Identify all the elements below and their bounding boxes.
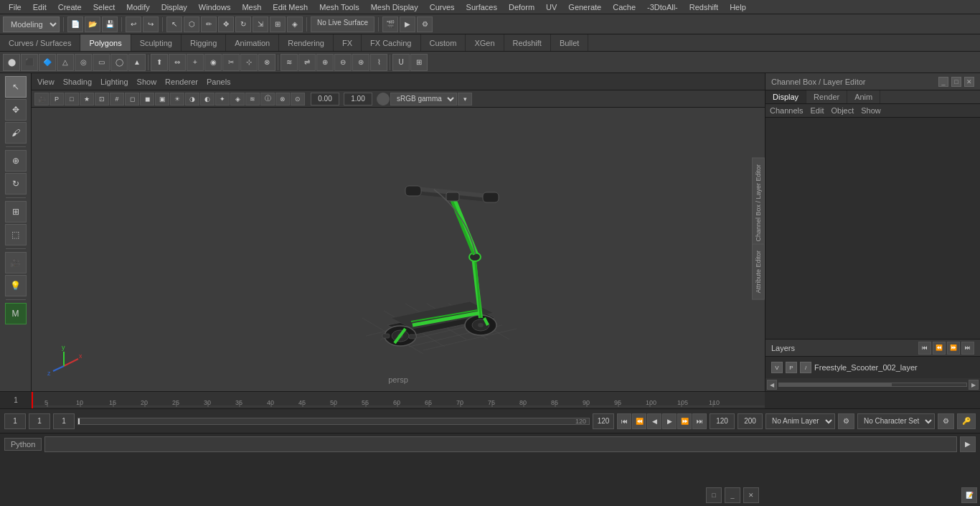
bevel-btn[interactable]: ⌇ <box>370 54 387 71</box>
timeline-ruler[interactable]: 5 10 15 20 25 30 35 40 45 50 5 <box>32 392 765 408</box>
vt-xray-btn[interactable]: ⊗ <box>275 93 290 106</box>
menu-edit-mesh[interactable]: Edit Mesh <box>267 1 314 13</box>
color-space-dropdown[interactable]: sRGB gamma <box>390 93 457 106</box>
scroll-right-btn[interactable]: ▶ <box>969 380 979 390</box>
target-weld-btn[interactable]: ⊗ <box>258 54 275 71</box>
lasso-tool-btn[interactable]: ⬡ <box>184 17 199 32</box>
torus-btn[interactable]: ◎ <box>75 54 92 71</box>
menu-surfaces[interactable]: Surfaces <box>461 1 503 13</box>
new-file-btn[interactable]: 📄 <box>67 17 83 32</box>
tab-fx[interactable]: FX <box>334 34 362 51</box>
scroll-left-btn[interactable]: ◀ <box>767 380 777 390</box>
camera-btn[interactable]: 🎥 <box>5 252 27 273</box>
tab-fx-caching[interactable]: FX Caching <box>362 34 420 51</box>
layer-playback-btn[interactable]: P <box>786 362 797 373</box>
go-end-btn[interactable]: ⏭ <box>692 413 707 429</box>
soft-select-btn[interactable]: ◈ <box>287 17 303 32</box>
rotate-btn[interactable]: ↻ <box>5 173 27 195</box>
vt-dof-btn[interactable]: ◈ <box>230 93 245 106</box>
menu-mesh[interactable]: Mesh <box>236 1 267 13</box>
vt-texture-btn[interactable]: ▣ <box>155 93 169 106</box>
separate-btn[interactable]: ⊖ <box>334 54 352 71</box>
prism-btn[interactable]: ▲ <box>128 54 146 71</box>
mirror-btn[interactable]: ⇌ <box>298 54 316 71</box>
vt-hud-btn[interactable]: ⓘ <box>260 93 275 106</box>
vt-camera-btn[interactable]: 🎥 <box>34 93 49 106</box>
undo-btn[interactable]: ↩ <box>126 17 141 32</box>
menu-select[interactable]: Select <box>88 1 121 13</box>
menu-edit[interactable]: Edit <box>27 1 52 13</box>
layer-visibility-btn[interactable]: V <box>771 362 783 373</box>
vt-ao-btn[interactable]: ◐ <box>200 93 215 106</box>
menu-windows[interactable]: Windows <box>193 1 237 13</box>
vt-motion-blur-btn[interactable]: ≋ <box>245 93 260 106</box>
prev-layer-btn[interactable]: ⏪ <box>933 342 946 355</box>
grid-btn[interactable]: ⊞ <box>5 201 27 222</box>
tab-xgen[interactable]: XGen <box>466 34 504 51</box>
mode-dropdown[interactable]: Modeling <box>3 17 60 32</box>
python-label[interactable]: Python <box>4 438 42 451</box>
cylinder-btn[interactable]: 🔷 <box>39 54 56 71</box>
menu-curves[interactable]: Curves <box>424 1 461 13</box>
cb-menu-edit[interactable]: Edit <box>810 106 824 115</box>
tab-animation[interactable]: Animation <box>226 34 279 51</box>
boolean-btn[interactable]: ⊛ <box>352 54 369 71</box>
render-settings-btn[interactable]: ⚙ <box>417 17 433 32</box>
attribute-editor-side-tab[interactable]: Attribute Editor <box>752 244 765 300</box>
current-frame-left-input[interactable] <box>4 413 26 429</box>
tab-bullet[interactable]: Bullet <box>551 34 589 51</box>
menu-mesh-tools[interactable]: Mesh Tools <box>314 1 364 13</box>
char-set-dropdown[interactable]: No Character Set <box>857 413 935 429</box>
tab-anim[interactable]: Anim <box>847 90 880 103</box>
menu-generate[interactable]: Generate <box>562 1 607 13</box>
menu-create[interactable]: Create <box>52 1 88 13</box>
anim-layer-settings-btn[interactable]: ⚙ <box>838 413 854 429</box>
rotate-tool-btn[interactable]: ↻ <box>235 17 251 32</box>
no-live-surface-btn[interactable]: No Live Surface <box>311 17 374 32</box>
menu-display[interactable]: Display <box>156 1 193 13</box>
char-set-settings-btn[interactable]: ⚙ <box>938 413 954 429</box>
connect-btn[interactable]: ⊹ <box>240 54 258 71</box>
play-forward-btn[interactable]: ▶ <box>662 413 677 429</box>
append-btn[interactable]: + <box>187 54 204 71</box>
window-btn-1[interactable]: □ <box>706 487 722 503</box>
vt-isolate-btn[interactable]: ⊙ <box>291 93 305 106</box>
select-mode-btn[interactable]: ↖ <box>5 76 27 98</box>
menu-mesh-display[interactable]: Mesh Display <box>365 1 424 13</box>
combine-btn[interactable]: ⊕ <box>316 54 334 71</box>
layer-item[interactable]: V P / Freestyle_Scooter_002_layer <box>768 360 977 375</box>
add-layer-btn[interactable]: ⏮ <box>918 342 931 355</box>
range-end-input[interactable] <box>593 413 614 429</box>
universal-tool-btn[interactable]: ⊞ <box>270 17 286 32</box>
vt-perspective-btn[interactable]: P <box>50 93 64 106</box>
multi-cut-btn[interactable]: ✂ <box>222 54 240 71</box>
tab-redshift[interactable]: Redshift <box>504 34 551 51</box>
scale-value-input[interactable] <box>344 93 372 106</box>
open-file-btn[interactable]: 📂 <box>85 17 100 32</box>
sphere-btn[interactable]: ⬤ <box>3 54 20 71</box>
next-frame-btn[interactable]: ⏩ <box>677 413 692 429</box>
extrude-btn[interactable]: ⬆ <box>151 54 168 71</box>
vt-light-btn[interactable]: ☀ <box>170 93 184 106</box>
play-back-btn[interactable]: ◀ <box>647 413 661 429</box>
redo-btn[interactable]: ↪ <box>143 17 159 32</box>
tab-polygons[interactable]: Polygons <box>80 34 131 51</box>
menu-deform[interactable]: Deform <box>503 1 540 13</box>
vp-menu-panels[interactable]: Panels <box>207 78 231 86</box>
timeline-slider[interactable]: 120 <box>77 418 590 425</box>
panel-minimize-btn[interactable]: _ <box>938 77 948 87</box>
menu-file[interactable]: File <box>3 1 27 13</box>
vp-menu-shading[interactable]: Shading <box>63 78 92 86</box>
disk-btn[interactable]: ◯ <box>110 54 128 71</box>
tab-custom[interactable]: Custom <box>421 34 466 51</box>
window-btn-3[interactable]: ✕ <box>743 487 759 503</box>
auto-key-btn[interactable]: 🔑 <box>957 413 976 429</box>
paint-select-btn[interactable]: ✏ <box>201 17 217 32</box>
cb-menu-object[interactable]: Object <box>831 106 854 115</box>
go-start-btn[interactable]: ⏮ <box>617 413 631 429</box>
tab-curves-surfaces[interactable]: Curves / Surfaces <box>0 34 80 51</box>
anim-layer-dropdown[interactable]: No Anim Layer <box>765 413 835 429</box>
vt-grid-toggle-btn[interactable]: # <box>110 93 124 106</box>
last-layer-btn[interactable]: ⏭ <box>961 342 974 355</box>
vt-ortho-btn[interactable]: □ <box>65 93 79 106</box>
